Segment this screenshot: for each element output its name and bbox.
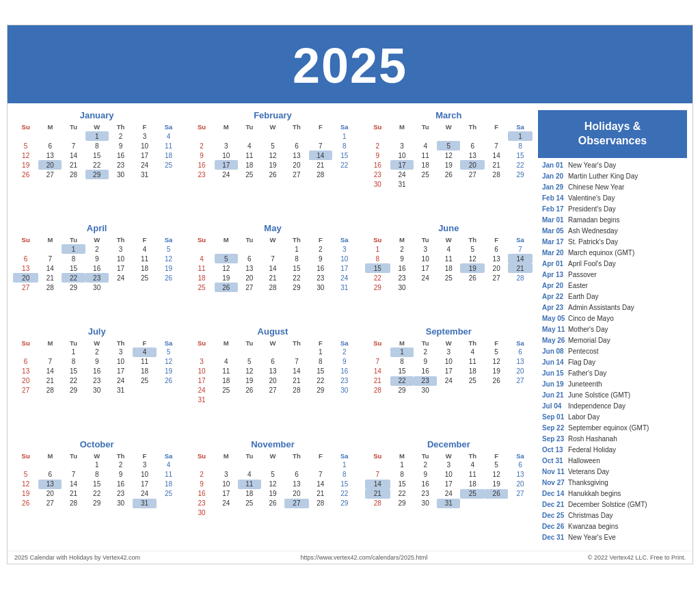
calendar-day: 18 <box>157 480 181 489</box>
holiday-item: May 11Mother's Day <box>542 325 683 335</box>
holiday-date: Sep 01 <box>542 413 568 422</box>
month-may: MaySuMTuWThFSa12345678910111213141516171… <box>189 223 356 321</box>
calendar-day: 20 <box>508 367 533 376</box>
calendar-day: 14 <box>508 254 533 263</box>
calendar-day: 9 <box>85 254 109 263</box>
calendar-day: 2 <box>85 244 109 254</box>
calendar-day: 18 <box>238 160 261 170</box>
calendar-day: 13 <box>38 480 62 489</box>
holiday-name: Ash Wednesday <box>568 226 618 236</box>
calendar-day: 4 <box>238 470 261 480</box>
calendar-day <box>38 131 62 141</box>
calendar-day <box>284 348 309 357</box>
calendar-day <box>460 386 485 395</box>
calendar-day: 13 <box>238 263 261 273</box>
calendar-day: 14 <box>485 150 508 160</box>
calendar-day: 11 <box>189 263 214 273</box>
holiday-name: President's Day <box>568 205 616 214</box>
calendar-day: 9 <box>109 141 133 150</box>
calendar-day: 12 <box>215 263 238 273</box>
calendar-day: 8 <box>390 470 414 480</box>
calendar-day: 15 <box>390 367 414 376</box>
calendar-day: 20 <box>13 376 38 386</box>
calendar-day: 24 <box>437 376 460 386</box>
calendar-day <box>284 460 309 470</box>
calendar-day: 30 <box>390 283 414 292</box>
calendar-day: 30 <box>309 283 332 292</box>
holiday-date: Mar 01 <box>542 215 568 225</box>
calendar-day <box>460 283 485 292</box>
calendar-day: 2 <box>85 348 109 357</box>
calendar-day: 15 <box>284 263 309 273</box>
calendar-day: 3 <box>437 348 460 357</box>
holiday-name: Labor Day <box>568 413 600 422</box>
footer-center: https://www.vertex42.com/calendars/2025.… <box>300 554 427 561</box>
holiday-name: Flag Day <box>568 358 595 367</box>
calendar-day: 2 <box>109 131 133 141</box>
calendar-day: 30 <box>414 499 437 508</box>
calendar-day: 29 <box>508 170 533 179</box>
calendar-day: 25 <box>133 273 156 283</box>
calendar-day: 24 <box>390 170 414 179</box>
holiday-name: Rosh Hashanah <box>568 434 617 444</box>
holiday-date: Jul 04 <box>542 402 568 411</box>
holiday-date: Feb 17 <box>542 205 568 214</box>
calendar-day: 11 <box>157 141 181 150</box>
calendar-day: 19 <box>238 376 261 386</box>
calendar-day: 14 <box>62 480 85 489</box>
calendar-day: 3 <box>390 141 414 150</box>
calendar-day: 28 <box>38 386 62 395</box>
calendar-day: 21 <box>62 489 85 499</box>
calendar-day: 4 <box>157 460 181 470</box>
calendar-day <box>508 179 533 189</box>
calendar-day: 2 <box>414 460 437 470</box>
calendar-day <box>485 499 508 508</box>
calendar-day: 11 <box>133 357 156 367</box>
calendar-day: 17 <box>437 480 460 489</box>
calendar-day: 8 <box>85 141 109 150</box>
calendar-day <box>189 348 214 357</box>
calendar-day: 2 <box>109 460 133 470</box>
calendar-day: 22 <box>332 160 357 170</box>
calendar-day: 21 <box>309 489 332 499</box>
calendar-day: 23 <box>414 376 437 386</box>
calendar-day: 18 <box>215 376 238 386</box>
holiday-name: Father's Day <box>568 369 606 378</box>
calendar-day: 3 <box>109 244 133 254</box>
calendar-day: 12 <box>238 367 261 376</box>
calendar-day: 5 <box>437 141 460 150</box>
calendar-day: 5 <box>238 357 261 367</box>
calendar-day: 30 <box>332 386 357 395</box>
holiday-date: Apr 01 <box>542 259 568 269</box>
calendar-day: 20 <box>284 160 309 170</box>
calendar-day <box>460 179 485 189</box>
calendar-day: 28 <box>62 170 85 179</box>
calendar-day: 21 <box>284 376 309 386</box>
calendar-day: 16 <box>414 367 437 376</box>
holiday-item: May 26Memorial Day <box>542 336 683 345</box>
calendar-day: 24 <box>109 376 133 386</box>
calendar-day: 20 <box>13 273 38 283</box>
calendar-day <box>437 386 460 395</box>
holiday-item: Nov 27Thanksgiving <box>542 478 683 488</box>
calendar-day: 24 <box>215 499 238 508</box>
calendar-day: 29 <box>332 499 357 508</box>
calendar-day: 26 <box>13 499 38 508</box>
month-july: JulySuMTuWThFSa1234567891011121314151617… <box>13 326 180 434</box>
calendar-day: 31 <box>109 386 133 395</box>
calendar-day <box>365 348 390 357</box>
calendar-day: 6 <box>508 348 533 357</box>
calendar-day: 25 <box>414 170 437 179</box>
calendar-day <box>215 131 238 141</box>
calendar-day: 17 <box>109 367 133 376</box>
calendar-day <box>238 244 261 254</box>
holidays-list: Jan 01New Year's DayJan 20Martin Luther … <box>538 158 687 547</box>
month-january: JanuarySuMTuWThFSa1234567891011121314151… <box>13 110 180 218</box>
calendar-day: 30 <box>85 386 109 395</box>
calendar-day: 3 <box>215 141 238 150</box>
calendar-day: 7 <box>62 470 85 480</box>
calendar-day <box>365 131 390 141</box>
calendar-day: 21 <box>365 489 390 499</box>
holiday-name: April Fool's Day <box>568 259 616 269</box>
calendar-day: 1 <box>85 131 109 141</box>
